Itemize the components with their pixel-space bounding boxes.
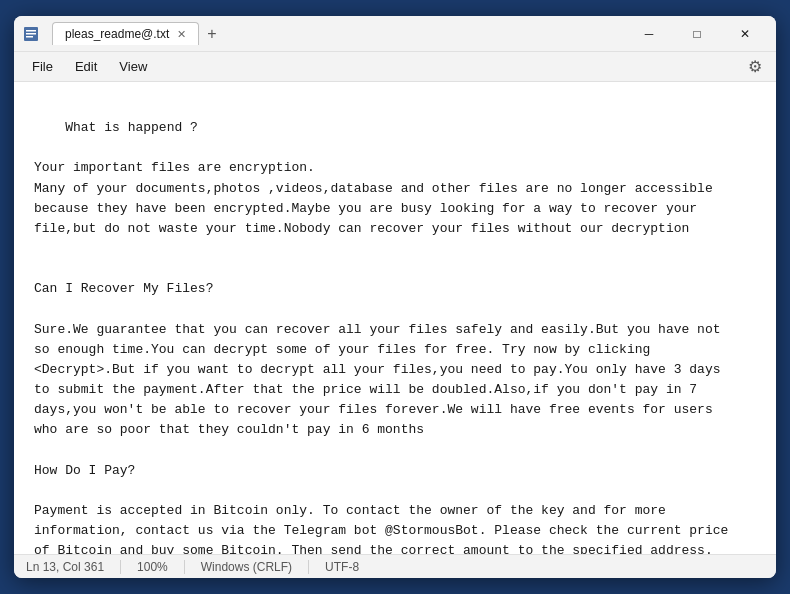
tab-area: pleas_readme@.txt ✕ + [52,22,223,45]
new-tab-button[interactable]: + [201,25,222,43]
close-button[interactable]: ✕ [722,18,768,50]
svg-rect-2 [26,33,36,35]
status-bar: Ln 13, Col 361 100% Windows (CRLF) UTF-8 [14,554,776,578]
encoding: UTF-8 [325,560,375,574]
line-ending: Windows (CRLF) [201,560,309,574]
settings-icon[interactable]: ⚙ [742,53,768,80]
menu-file[interactable]: File [22,55,63,78]
app-icon [22,25,40,43]
menu-edit[interactable]: Edit [65,55,107,78]
window-controls: ─ □ ✕ [626,18,768,50]
main-window: pleas_readme@.txt ✕ + ─ □ ✕ File Edit Vi… [14,16,776,578]
active-tab[interactable]: pleas_readme@.txt ✕ [52,22,199,45]
menu-view[interactable]: View [109,55,157,78]
title-bar: pleas_readme@.txt ✕ + ─ □ ✕ [14,16,776,52]
tab-close-button[interactable]: ✕ [177,29,186,40]
svg-rect-1 [26,30,36,32]
svg-rect-3 [26,36,33,38]
editor-content: What is happend ? Your important files a… [34,120,728,554]
cursor-position: Ln 13, Col 361 [26,560,121,574]
zoom-level: 100% [137,560,185,574]
minimize-button[interactable]: ─ [626,18,672,50]
maximize-button[interactable]: □ [674,18,720,50]
menu-bar: File Edit View ⚙ [14,52,776,82]
tab-label: pleas_readme@.txt [65,27,169,41]
text-editor[interactable]: What is happend ? Your important files a… [14,82,776,554]
